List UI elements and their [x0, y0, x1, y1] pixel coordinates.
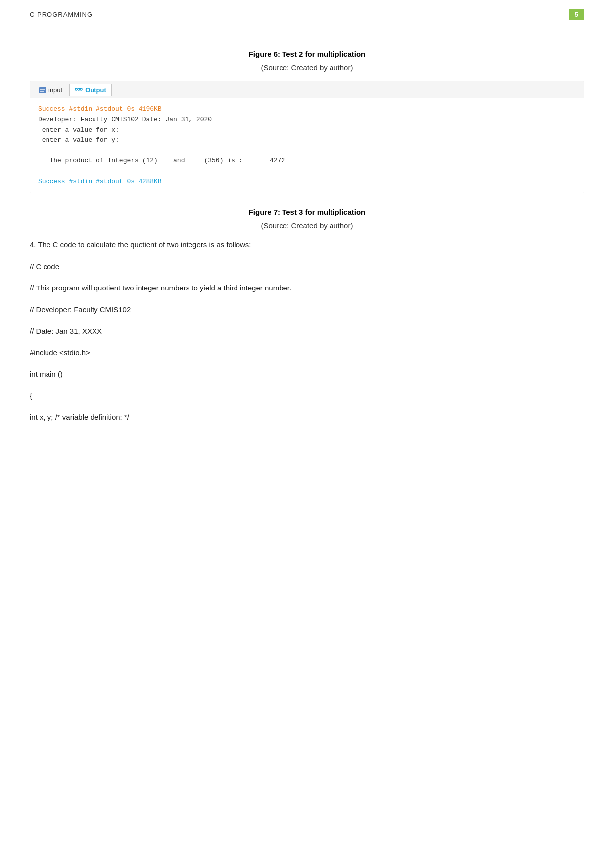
code-line-5: #include <stdio.h> — [30, 346, 584, 359]
tab-input[interactable]: input — [34, 85, 67, 95]
header-title: C PROGRAMMING — [30, 11, 93, 18]
page-header: C PROGRAMMING 5 — [0, 0, 614, 25]
code-line-7: { — [30, 389, 584, 402]
code-line-8: int x, y; /* variable definition: */ — [30, 411, 584, 424]
code-line-3: // Developer: Faculty CMIS102 — [30, 303, 584, 316]
figure7-title: Figure 7: Test 3 for multiplication — [30, 208, 584, 216]
ide-line-4: enter a value for y: — [38, 135, 576, 145]
body-para-1: 4. The C code to calculate the quotient … — [30, 239, 584, 251]
ide-line-1: Success #stdin #stdout 0s 4196KB — [38, 104, 576, 115]
tab-input-label: input — [48, 86, 62, 94]
svg-rect-2 — [40, 91, 44, 92]
svg-point-3 — [75, 88, 77, 90]
ide-line-7 — [38, 166, 576, 177]
figure7-source: (Source: Created by author) — [30, 221, 584, 230]
ide-panel: input Output Success #stdin #stdout 0s 4… — [30, 81, 584, 193]
ide-line-5 — [38, 145, 576, 156]
code-line-1: // C code — [30, 260, 584, 273]
ide-line-2: Developer: Faculty CMIS102 Date: Jan 31,… — [38, 115, 576, 125]
code-line-6: int main () — [30, 368, 584, 381]
svg-point-4 — [78, 88, 80, 90]
svg-rect-0 — [39, 88, 46, 93]
input-icon — [39, 87, 46, 93]
ide-tabs: input Output — [30, 81, 584, 98]
ide-content: Success #stdin #stdout 0s 4196KB Develop… — [30, 98, 584, 193]
tab-output-label: Output — [85, 86, 106, 94]
svg-rect-1 — [40, 89, 45, 90]
figure6-source: (Source: Created by author) — [30, 63, 584, 72]
content-area: Figure 6: Test 2 for multiplication (Sou… — [0, 25, 614, 452]
ide-line-3: enter a value for x: — [38, 125, 576, 136]
ide-line-6: The product of Integers (12) and (356) i… — [38, 156, 576, 166]
code-line-4: // Date: Jan 31, XXXX — [30, 325, 584, 338]
page-number-badge: 5 — [569, 9, 584, 20]
figure6-title: Figure 6: Test 2 for multiplication — [30, 50, 584, 58]
tab-output[interactable]: Output — [69, 84, 112, 96]
svg-point-5 — [80, 88, 82, 90]
ide-line-8: Success #stdin #stdout 0s 4288KB — [38, 177, 576, 187]
code-line-2: // This program will quotient two intege… — [30, 282, 584, 294]
output-icon — [75, 86, 83, 94]
